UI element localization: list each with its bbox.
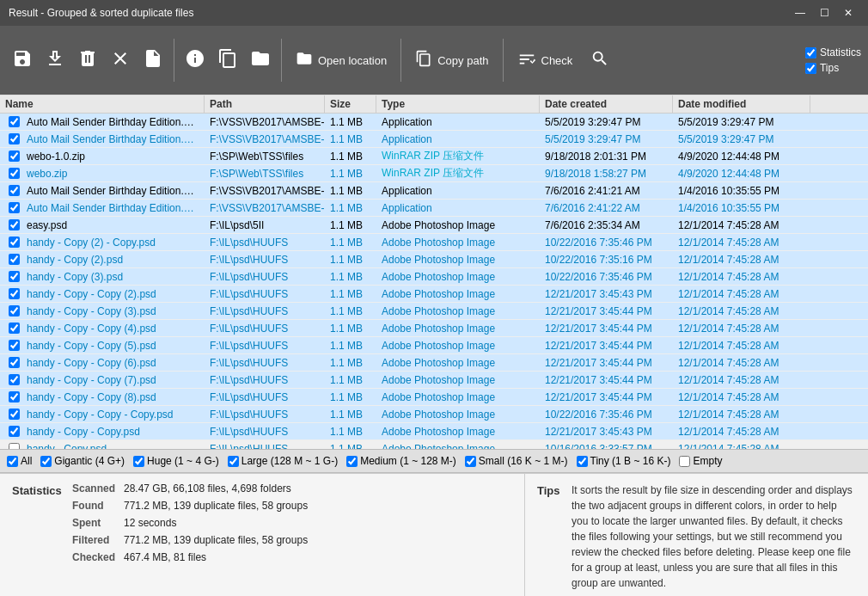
cell-path-19: F:\IL\psd\HUUFS — [205, 440, 325, 449]
row-checkbox-18[interactable] — [9, 426, 20, 437]
delete-button[interactable] — [105, 33, 136, 88]
search-button[interactable] — [584, 33, 615, 88]
filter-tiny-checkbox[interactable] — [577, 456, 588, 467]
cell-type-17: Adobe Photoshop Image — [376, 406, 540, 422]
filter-small-checkbox[interactable] — [465, 456, 476, 467]
row-checkbox-3[interactable] — [9, 168, 20, 179]
col-header-size[interactable]: Size — [325, 95, 376, 113]
table-row[interactable]: handy - Copy - Copy (4).psd F:\IL\psd\HU… — [0, 320, 868, 337]
filter-huge-checkbox[interactable] — [133, 456, 144, 467]
table-row[interactable]: webo-1.0.zip F:\SP\Web\TSS\files 1.1 MB … — [0, 148, 868, 165]
statistics-checkbox-label[interactable]: Statistics — [805, 46, 861, 58]
tips-checkbox[interactable] — [805, 63, 816, 74]
check-label: Check — [541, 54, 573, 67]
table-row[interactable]: handy - Copy - Copy.psd F:\IL\psd\HUUFS … — [0, 423, 868, 440]
table-row[interactable]: webo.zip F:\SP\Web\TSS\files 1.1 MB WinR… — [0, 165, 868, 182]
filter-gigantic-checkbox[interactable] — [40, 456, 52, 467]
row-checkbox-15[interactable] — [9, 374, 20, 385]
folder-button[interactable] — [245, 33, 276, 88]
filter-tiny-label[interactable]: Tiny (1 B ~ 16 K-) — [577, 455, 671, 467]
filter-empty-checkbox[interactable] — [679, 456, 690, 467]
row-checkbox-1[interactable] — [9, 133, 20, 144]
duplicate-button[interactable] — [212, 33, 243, 88]
check-button[interactable]: Check — [509, 33, 582, 88]
stats-val-found: 771.2 MB, 139 duplicate files, 58 groups — [124, 500, 308, 512]
tips-checkbox-label[interactable]: Tips — [805, 62, 861, 74]
file-list[interactable]: Auto Mail Sender Birthday Edition.exe F:… — [0, 114, 868, 449]
statistics-checkbox[interactable] — [805, 47, 816, 58]
row-checkbox-13[interactable] — [9, 340, 20, 351]
cell-name-12: handy - Copy - Copy (4).psd — [0, 320, 205, 336]
filter-all-label[interactable]: All — [7, 455, 32, 467]
col-header-type[interactable]: Type — [376, 95, 540, 113]
cell-path-12: F:\IL\psd\HUUFS — [205, 320, 325, 336]
table-row[interactable]: Auto Mail Sender Birthday Edition.exe F:… — [0, 131, 868, 148]
info-button[interactable] — [180, 33, 211, 88]
recycle-button[interactable] — [72, 33, 103, 88]
row-checkbox-14[interactable] — [9, 357, 20, 368]
row-checkbox-4[interactable] — [9, 185, 20, 196]
row-checkbox-7[interactable] — [9, 237, 20, 248]
table-row[interactable]: handy - Copy (2).psd F:\IL\psd\HUUFS 1.1… — [0, 251, 868, 268]
col-header-modified[interactable]: Date modified — [673, 95, 810, 113]
cell-path-17: F:\IL\psd\HUUFS — [205, 406, 325, 422]
table-row[interactable]: handy - Copy - Copy (5).psd F:\IL\psd\HU… — [0, 337, 868, 354]
row-checkbox-5[interactable] — [9, 202, 20, 213]
col-header-created[interactable]: Date created — [540, 95, 673, 113]
row-checkbox-17[interactable] — [9, 409, 20, 420]
cell-size-11: 1.1 MB — [325, 303, 376, 319]
row-checkbox-16[interactable] — [9, 391, 20, 402]
row-checkbox-19[interactable] — [9, 443, 20, 449]
table-row[interactable]: handy - Copy - Copy (2).psd F:\IL\psd\HU… — [0, 286, 868, 303]
filter-huge-label[interactable]: Huge (1 ~ 4 G-) — [133, 455, 219, 467]
table-row[interactable]: handy - Copy (2) - Copy.psd F:\IL\psd\HU… — [0, 234, 868, 251]
save-button[interactable] — [7, 33, 38, 88]
cell-modified-4: 1/4/2016 10:35:55 PM — [673, 182, 810, 199]
row-checkbox-11[interactable] — [9, 305, 20, 316]
filter-large-label[interactable]: Large (128 M ~ 1 G-) — [228, 455, 338, 467]
col-header-path[interactable]: Path — [205, 95, 325, 113]
copy-path-button[interactable]: Copy path — [406, 33, 497, 88]
row-checkbox-9[interactable] — [9, 271, 20, 282]
stats-row-scanned: Scanned 28.47 GB, 66,108 files, 4,698 fo… — [72, 482, 512, 495]
separator-4 — [503, 39, 504, 82]
close-button[interactable]: ✕ — [837, 4, 859, 22]
export-down-button[interactable] — [40, 33, 70, 88]
duplicate-icon — [217, 48, 238, 72]
table-row[interactable]: easy.psd F:\IL\psd\5II 1.1 MB Adobe Phot… — [0, 217, 868, 234]
cell-path-1: F:\VSS\VB2017\AMSBE-... — [205, 131, 325, 147]
table-row[interactable]: handy - Copy - Copy (6).psd F:\IL\psd\HU… — [0, 354, 868, 372]
cell-type-13: Adobe Photoshop Image — [376, 337, 540, 353]
maximize-button[interactable]: ☐ — [813, 4, 835, 22]
minimize-button[interactable]: — — [789, 4, 811, 22]
row-checkbox-2[interactable] — [9, 151, 20, 162]
col-header-name[interactable]: Name — [0, 95, 205, 113]
filter-empty-label[interactable]: Empty — [679, 455, 722, 467]
row-checkbox-12[interactable] — [9, 323, 20, 334]
table-row[interactable]: Auto Mail Sender Birthday Edition.exe F:… — [0, 200, 868, 217]
filter-medium-label[interactable]: Medium (1 ~ 128 M-) — [346, 455, 456, 467]
cell-size-16: 1.1 MB — [325, 389, 376, 405]
table-row[interactable]: Auto Mail Sender Birthday Edition.exe F:… — [0, 182, 868, 200]
row-checkbox-10[interactable] — [9, 288, 20, 299]
file-export-button[interactable] — [138, 33, 168, 88]
window-controls: — ☐ ✕ — [789, 4, 859, 22]
table-row[interactable]: handy - Copy - Copy - Copy.psd F:\IL\psd… — [0, 406, 868, 423]
filter-all-checkbox[interactable] — [7, 456, 18, 467]
table-row[interactable]: Auto Mail Sender Birthday Edition.exe F:… — [0, 114, 868, 131]
table-row[interactable]: handy - Copy.psd F:\IL\psd\HUUFS 1.1 MB … — [0, 440, 868, 449]
table-row[interactable]: handy - Copy - Copy (8).psd F:\IL\psd\HU… — [0, 389, 868, 406]
filter-medium-checkbox[interactable] — [346, 456, 358, 467]
row-checkbox-8[interactable] — [9, 254, 20, 265]
stats-key-filtered: Filtered — [72, 534, 124, 546]
row-checkbox-6[interactable] — [9, 219, 20, 230]
open-location-button[interactable]: Open location — [287, 33, 395, 88]
row-checkbox-0[interactable] — [9, 116, 20, 127]
table-row[interactable]: handy - Copy - Copy (3).psd F:\IL\psd\HU… — [0, 303, 868, 320]
filter-small-label[interactable]: Small (16 K ~ 1 M-) — [465, 455, 568, 467]
cell-name-9: handy - Copy (3).psd — [0, 268, 205, 285]
filter-gigantic-label[interactable]: Gigantic (4 G+) — [40, 455, 125, 467]
filter-large-checkbox[interactable] — [228, 456, 239, 467]
table-row[interactable]: handy - Copy - Copy (7).psd F:\IL\psd\HU… — [0, 372, 868, 389]
table-row[interactable]: handy - Copy (3).psd F:\IL\psd\HUUFS 1.1… — [0, 268, 868, 286]
